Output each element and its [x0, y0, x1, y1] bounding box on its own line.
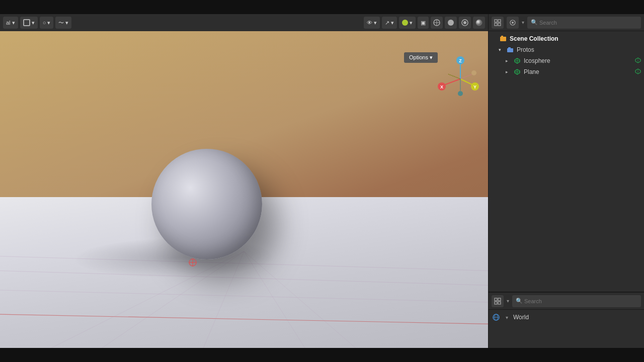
tree-label-plane: Plane — [524, 68, 633, 75]
svg-rect-34 — [498, 20, 501, 22]
svg-line-22 — [460, 74, 473, 79]
svg-rect-56 — [498, 302, 501, 304]
svg-rect-53 — [495, 298, 497, 301]
outliner-header: ▾ 🔍 — [489, 14, 644, 31]
top-bar — [0, 0, 644, 14]
outliner-view-btn[interactable] — [492, 17, 504, 29]
properties-search-input[interactable] — [512, 295, 641, 307]
svg-point-38 — [512, 22, 514, 24]
svg-rect-33 — [495, 20, 497, 22]
tree-label-protos: Protos — [517, 46, 641, 53]
svg-line-20 — [443, 79, 460, 85]
cursor-crosshair — [188, 257, 198, 267]
tree-item-icosphere[interactable]: ▸ Icosphere — [489, 55, 644, 66]
shading-solid-btn[interactable] — [445, 17, 457, 29]
scene-sphere — [151, 149, 262, 259]
transform-btn[interactable]: ↗ ▾ — [382, 17, 397, 29]
properties-filter-dropdown: ▾ — [507, 298, 509, 304]
outliner-search-wrapper: 🔍 — [527, 17, 641, 29]
properties-search-wrapper: 🔍 — [512, 295, 641, 307]
tree-arrow-icosphere: ▸ — [506, 58, 513, 63]
icosphere-filter-icon — [635, 57, 641, 64]
outliner-tree: Scene Collection ▾ Protos ▸ Icosph — [489, 31, 644, 292]
svg-rect-36 — [498, 23, 501, 26]
tree-item-plane[interactable]: ▸ Plane — [489, 66, 644, 77]
properties-panel: ▾ 🔍 ▾ World — [489, 293, 644, 348]
svg-rect-42 — [508, 47, 511, 49]
mesh-icon-plane — [513, 67, 522, 76]
svg-point-3 — [448, 20, 454, 26]
plane-filter-icon — [635, 68, 641, 75]
svg-text:X: X — [440, 84, 443, 89]
scene-icon — [499, 34, 508, 43]
svg-rect-41 — [507, 48, 513, 52]
viewport[interactable]: al ▾ ▾ ○ ▾ 〜 ▾ 👁 ▾ ↗ ▾ ▾ ▣ — [0, 14, 488, 348]
svg-line-7 — [0, 270, 488, 285]
viewport-scene: Z X Y Options ▾ — [0, 31, 488, 348]
svg-point-31 — [471, 70, 476, 75]
viewport-toolbar: al ▾ ▾ ○ ▾ 〜 ▾ 👁 ▾ ↗ ▾ ▾ ▣ — [0, 14, 488, 31]
shading-material-btn[interactable] — [459, 17, 471, 29]
properties-view-btn[interactable] — [492, 295, 504, 307]
right-panel: ▾ 🔍 Scene Collection ▾ — [488, 14, 644, 348]
tree-arrow-plane: ▸ — [506, 69, 513, 74]
shading-rendered-btn[interactable] — [473, 17, 485, 29]
svg-point-6 — [476, 20, 482, 26]
tree-label-scene-collection: Scene Collection — [510, 35, 641, 42]
outliner: ▾ 🔍 Scene Collection ▾ — [489, 14, 644, 293]
collection-icon — [506, 45, 515, 54]
svg-point-32 — [458, 91, 463, 96]
tree-arrow-protos: ▾ — [499, 47, 506, 52]
svg-rect-54 — [498, 298, 501, 301]
orientation-gizmo: Z X Y — [438, 56, 483, 102]
world-label: World — [513, 314, 641, 321]
svg-rect-39 — [500, 37, 506, 41]
world-icon — [492, 313, 501, 322]
svg-line-10 — [0, 314, 488, 324]
svg-line-23 — [448, 74, 460, 79]
camera-view-btn[interactable]: 👁 ▾ — [364, 17, 380, 29]
tree-item-protos[interactable]: ▾ Protos — [489, 44, 644, 55]
world-row[interactable]: ▾ World — [489, 310, 644, 325]
mode-select-btn[interactable]: al ▾ — [3, 17, 18, 29]
shading-wire-btn[interactable] — [431, 17, 443, 29]
options-button[interactable]: Options ▾ — [404, 52, 438, 63]
outliner-filter-dropdown: ▾ — [522, 20, 524, 25]
svg-point-5 — [463, 21, 466, 24]
outliner-search-input[interactable] — [527, 17, 641, 29]
tree-label-icosphere: Icosphere — [524, 57, 633, 64]
scene-background: Z X Y Options ▾ — [0, 31, 488, 348]
main-layout: al ▾ ▾ ○ ▾ 〜 ▾ 👁 ▾ ↗ ▾ ▾ ▣ — [0, 14, 644, 348]
tree-item-scene-collection[interactable]: Scene Collection — [489, 33, 644, 44]
svg-rect-40 — [501, 36, 503, 37]
svg-rect-55 — [495, 302, 497, 304]
render-region-btn[interactable]: ▣ — [418, 17, 429, 29]
svg-text:Y: Y — [473, 84, 476, 89]
shading-btn[interactable]: ○ ▾ — [40, 17, 54, 29]
bottom-bar — [0, 348, 644, 362]
svg-line-8 — [0, 290, 488, 302]
snap-btn[interactable]: ▾ — [399, 17, 416, 29]
svg-text:Z: Z — [459, 58, 462, 63]
overlay-btn[interactable]: 〜 ▾ — [55, 17, 71, 29]
mesh-icon-icosphere — [513, 56, 522, 65]
outliner-filter-btn[interactable] — [507, 17, 519, 29]
object-type-btn[interactable]: ▾ — [20, 17, 38, 29]
properties-header: ▾ 🔍 — [489, 293, 644, 310]
svg-rect-35 — [495, 23, 497, 26]
world-dropdown-icon: ▾ — [506, 315, 508, 320]
